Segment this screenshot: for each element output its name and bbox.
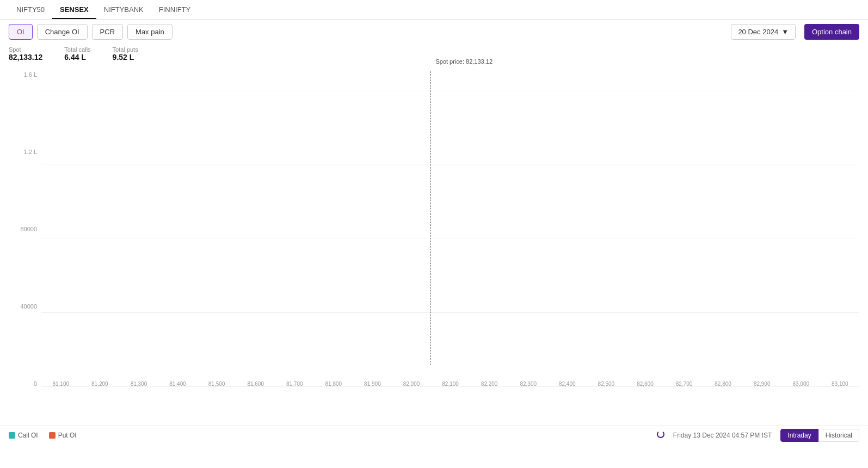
timestamp: Friday 13 Dec 2024 04:57 PM IST [673, 432, 772, 439]
stats-bar: Spot 82,133.12 Total calls 6.44 L Total … [0, 44, 868, 66]
x-label-0: 81,100 [41, 381, 81, 387]
y-label-1-6l: 1.6 L [9, 71, 41, 78]
x-label-6: 81,700 [275, 381, 314, 387]
legend: Call OI Put OI [9, 432, 77, 439]
spot-label: Spot [9, 46, 42, 53]
refresh-icon[interactable] [657, 430, 664, 440]
bars-area [41, 71, 859, 387]
x-label-5: 81,600 [236, 381, 275, 387]
spot-value: 82,133.12 [9, 53, 42, 61]
x-label-4: 81,500 [197, 381, 236, 387]
call-oi-label: Call OI [18, 432, 38, 439]
x-label-12: 82,300 [509, 381, 548, 387]
max-pain-button[interactable]: Max pain [127, 24, 173, 40]
x-label-2: 81,300 [119, 381, 158, 387]
change-oi-button[interactable]: Change OI [37, 24, 88, 40]
nav-tab-nifty50[interactable]: NIFTY50 [9, 1, 52, 19]
spot-stat: Spot 82,133.12 [9, 46, 42, 61]
puts-label: Total puts [113, 46, 138, 53]
put-oi-label: Put OI [58, 432, 77, 439]
date-picker-button[interactable]: 20 Dec 2024 ▼ [731, 24, 796, 40]
chart-area: 0 40000 80000 1.2 L 1.6 L Spot price: 82… [0, 66, 868, 425]
chart-inner: Spot price: 82,133.12 81,10081,20081,300… [41, 71, 859, 387]
footer-right: Friday 13 Dec 2024 04:57 PM IST Intraday… [657, 429, 859, 442]
x-label-18: 82,900 [742, 381, 781, 387]
calls-stat: Total calls 6.44 L [64, 46, 90, 61]
x-label-3: 81,400 [158, 381, 198, 387]
call-oi-legend: Call OI [9, 432, 38, 439]
x-label-9: 82,000 [392, 381, 431, 387]
intraday-tab[interactable]: Intraday [780, 429, 818, 442]
y-axis: 0 40000 80000 1.2 L 1.6 L [9, 71, 41, 387]
x-label-17: 82,800 [704, 381, 743, 387]
x-label-8: 81,900 [353, 381, 392, 387]
call-oi-dot [9, 432, 15, 439]
y-label-40k: 40000 [9, 303, 41, 310]
puts-stat: Total puts 9.52 L [113, 46, 138, 61]
nav-tab-sensex[interactable]: SENSEX [52, 1, 96, 19]
oi-button[interactable]: OI [9, 24, 33, 40]
x-label-15: 82,600 [626, 381, 665, 387]
x-label-7: 81,800 [314, 381, 353, 387]
x-label-1: 81,200 [81, 381, 120, 387]
footer-tabs: Intraday Historical [780, 429, 859, 442]
x-label-10: 82,100 [431, 381, 470, 387]
toolbar: OI Change OI PCR Max pain 20 Dec 2024 ▼ … [0, 20, 868, 44]
x-label-19: 83,000 [781, 381, 821, 387]
x-label-13: 82,400 [548, 381, 587, 387]
historical-tab[interactable]: Historical [818, 429, 859, 442]
put-oi-dot [49, 432, 56, 439]
calls-label: Total calls [64, 46, 90, 53]
top-nav: NIFTY50 SENSEX NIFTYBANK FINNIFTY [0, 0, 868, 20]
chevron-down-icon: ▼ [781, 28, 789, 36]
x-label-20: 83,100 [821, 381, 860, 387]
y-label-1-2l: 1.2 L [9, 149, 41, 155]
calls-value: 6.44 L [64, 53, 90, 61]
footer: Call OI Put OI Friday 13 Dec 2024 04:57 … [0, 425, 868, 445]
put-oi-legend: Put OI [49, 432, 77, 439]
x-label-16: 82,700 [664, 381, 704, 387]
x-label-11: 82,200 [470, 381, 509, 387]
nav-tab-niftybank[interactable]: NIFTYBANK [96, 1, 151, 19]
chart-container: 0 40000 80000 1.2 L 1.6 L Spot price: 82… [9, 71, 859, 409]
option-chain-button[interactable]: Option chain [804, 24, 859, 40]
x-label-14: 82,500 [587, 381, 626, 387]
puts-value: 9.52 L [113, 53, 138, 61]
pcr-button[interactable]: PCR [92, 24, 123, 40]
x-labels: 81,10081,20081,30081,40081,50081,60081,7… [41, 381, 859, 387]
y-label-80k: 80000 [9, 226, 41, 232]
nav-tab-finnifty[interactable]: FINNIFTY [151, 1, 199, 19]
y-label-0: 0 [9, 380, 41, 387]
